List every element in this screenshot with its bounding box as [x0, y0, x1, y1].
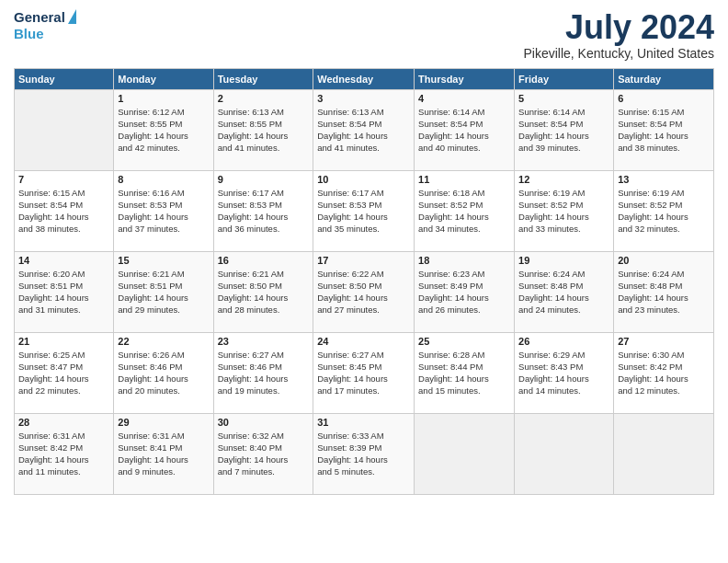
- day-info: Sunrise: 6:31 AMSunset: 8:42 PMDaylight:…: [18, 430, 109, 478]
- calendar-cell: [15, 89, 114, 170]
- day-info: Sunrise: 6:29 AMSunset: 8:43 PMDaylight:…: [518, 349, 609, 397]
- calendar-cell: 17Sunrise: 6:22 AMSunset: 8:50 PMDayligh…: [313, 251, 415, 332]
- day-info: Sunrise: 6:13 AMSunset: 8:54 PMDaylight:…: [317, 106, 410, 155]
- calendar-cell: 21Sunrise: 6:25 AMSunset: 8:47 PMDayligh…: [15, 332, 114, 413]
- day-number: 13: [618, 174, 710, 185]
- day-number: 4: [418, 93, 510, 104]
- day-number: 31: [317, 417, 410, 428]
- calendar-cell: 19Sunrise: 6:24 AMSunset: 8:48 PMDayligh…: [515, 251, 614, 332]
- calendar-week-row: 28Sunrise: 6:31 AMSunset: 8:42 PMDayligh…: [15, 413, 714, 494]
- calendar-header-row: SundayMondayTuesdayWednesdayThursdayFrid…: [15, 68, 714, 89]
- calendar-cell: 30Sunrise: 6:32 AMSunset: 8:40 PMDayligh…: [213, 413, 313, 494]
- calendar-cell: 3Sunrise: 6:13 AMSunset: 8:54 PMDaylight…: [313, 89, 415, 170]
- day-number: 20: [618, 255, 710, 266]
- calendar-weekday-thursday: Thursday: [415, 68, 515, 89]
- day-number: 24: [317, 336, 410, 347]
- day-info: Sunrise: 6:31 AMSunset: 8:41 PMDaylight:…: [118, 430, 209, 478]
- day-number: 29: [118, 417, 209, 428]
- calendar-weekday-sunday: Sunday: [15, 68, 114, 89]
- calendar-cell: 31Sunrise: 6:33 AMSunset: 8:39 PMDayligh…: [313, 413, 415, 494]
- day-number: 12: [518, 174, 609, 185]
- day-number: 27: [618, 336, 710, 347]
- day-number: 7: [18, 174, 109, 185]
- day-info: Sunrise: 6:24 AMSunset: 8:48 PMDaylight:…: [618, 268, 710, 316]
- page: General Blue July 2024 Pikeville, Kentuc…: [0, 0, 728, 563]
- day-number: 23: [218, 336, 310, 347]
- calendar-cell: 14Sunrise: 6:20 AMSunset: 8:51 PMDayligh…: [15, 251, 114, 332]
- calendar-week-row: 1Sunrise: 6:12 AMSunset: 8:55 PMDaylight…: [15, 89, 714, 170]
- main-title: July 2024: [523, 9, 714, 46]
- day-number: 21: [18, 336, 109, 347]
- day-number: 16: [218, 255, 310, 266]
- day-info: Sunrise: 6:22 AMSunset: 8:50 PMDaylight:…: [317, 268, 410, 316]
- day-info: Sunrise: 6:28 AMSunset: 8:44 PMDaylight:…: [418, 349, 510, 397]
- calendar-week-row: 21Sunrise: 6:25 AMSunset: 8:47 PMDayligh…: [15, 332, 714, 413]
- calendar-cell: 25Sunrise: 6:28 AMSunset: 8:44 PMDayligh…: [415, 332, 515, 413]
- day-info: Sunrise: 6:14 AMSunset: 8:54 PMDaylight:…: [518, 106, 609, 155]
- day-info: Sunrise: 6:18 AMSunset: 8:52 PMDaylight:…: [418, 187, 510, 236]
- logo-general: General: [14, 9, 65, 26]
- day-info: Sunrise: 6:20 AMSunset: 8:51 PMDaylight:…: [18, 268, 109, 316]
- day-info: Sunrise: 6:21 AMSunset: 8:51 PMDaylight:…: [118, 268, 209, 316]
- day-number: 22: [118, 336, 209, 347]
- day-info: Sunrise: 6:14 AMSunset: 8:54 PMDaylight:…: [418, 106, 510, 155]
- day-info: Sunrise: 6:24 AMSunset: 8:48 PMDaylight:…: [518, 268, 609, 316]
- day-number: 30: [218, 417, 310, 428]
- calendar-weekday-tuesday: Tuesday: [213, 68, 313, 89]
- calendar-cell: 1Sunrise: 6:12 AMSunset: 8:55 PMDaylight…: [114, 89, 213, 170]
- calendar-cell: 27Sunrise: 6:30 AMSunset: 8:42 PMDayligh…: [614, 332, 714, 413]
- calendar-cell: 9Sunrise: 6:17 AMSunset: 8:53 PMDaylight…: [213, 170, 313, 251]
- day-info: Sunrise: 6:19 AMSunset: 8:52 PMDaylight:…: [618, 187, 710, 236]
- day-info: Sunrise: 6:15 AMSunset: 8:54 PMDaylight:…: [18, 187, 109, 236]
- day-number: 2: [218, 93, 310, 104]
- day-info: Sunrise: 6:32 AMSunset: 8:40 PMDaylight:…: [218, 430, 310, 478]
- calendar-cell: 5Sunrise: 6:14 AMSunset: 8:54 PMDaylight…: [515, 89, 614, 170]
- day-number: 18: [418, 255, 510, 266]
- calendar-cell: 11Sunrise: 6:18 AMSunset: 8:52 PMDayligh…: [415, 170, 515, 251]
- logo-triangle-icon: [68, 9, 76, 24]
- title-block: July 2024 Pikeville, Kentucky, United St…: [523, 9, 714, 61]
- calendar-cell: 8Sunrise: 6:16 AMSunset: 8:53 PMDaylight…: [114, 170, 213, 251]
- day-info: Sunrise: 6:17 AMSunset: 8:53 PMDaylight:…: [317, 187, 410, 236]
- calendar-cell: 10Sunrise: 6:17 AMSunset: 8:53 PMDayligh…: [313, 170, 415, 251]
- logo-blue: Blue: [14, 26, 44, 42]
- day-info: Sunrise: 6:25 AMSunset: 8:47 PMDaylight:…: [18, 349, 109, 397]
- day-number: 1: [118, 93, 209, 104]
- day-info: Sunrise: 6:33 AMSunset: 8:39 PMDaylight:…: [317, 430, 410, 478]
- logo: General Blue: [14, 9, 76, 42]
- day-number: 9: [218, 174, 310, 185]
- day-number: 26: [518, 336, 609, 347]
- day-number: 15: [118, 255, 209, 266]
- calendar-cell: [614, 413, 714, 494]
- day-info: Sunrise: 6:30 AMSunset: 8:42 PMDaylight:…: [618, 349, 710, 397]
- day-number: 25: [418, 336, 510, 347]
- calendar-week-row: 7Sunrise: 6:15 AMSunset: 8:54 PMDaylight…: [15, 170, 714, 251]
- calendar-weekday-friday: Friday: [515, 68, 614, 89]
- day-number: 3: [317, 93, 410, 104]
- calendar-table: SundayMondayTuesdayWednesdayThursdayFrid…: [14, 68, 714, 495]
- day-info: Sunrise: 6:15 AMSunset: 8:54 PMDaylight:…: [618, 106, 710, 155]
- calendar-cell: 12Sunrise: 6:19 AMSunset: 8:52 PMDayligh…: [515, 170, 614, 251]
- calendar-cell: 15Sunrise: 6:21 AMSunset: 8:51 PMDayligh…: [114, 251, 213, 332]
- calendar-weekday-monday: Monday: [114, 68, 213, 89]
- calendar-cell: 16Sunrise: 6:21 AMSunset: 8:50 PMDayligh…: [213, 251, 313, 332]
- day-number: 5: [518, 93, 609, 104]
- day-info: Sunrise: 6:13 AMSunset: 8:55 PMDaylight:…: [218, 106, 310, 155]
- day-number: 28: [18, 417, 109, 428]
- day-info: Sunrise: 6:12 AMSunset: 8:55 PMDaylight:…: [118, 106, 209, 155]
- day-info: Sunrise: 6:26 AMSunset: 8:46 PMDaylight:…: [118, 349, 209, 397]
- day-info: Sunrise: 6:19 AMSunset: 8:52 PMDaylight:…: [518, 187, 609, 236]
- calendar-cell: 13Sunrise: 6:19 AMSunset: 8:52 PMDayligh…: [614, 170, 714, 251]
- day-info: Sunrise: 6:27 AMSunset: 8:45 PMDaylight:…: [317, 349, 410, 397]
- calendar-cell: [515, 413, 614, 494]
- subtitle: Pikeville, Kentucky, United States: [523, 46, 714, 61]
- day-number: 14: [18, 255, 109, 266]
- calendar-cell: 23Sunrise: 6:27 AMSunset: 8:46 PMDayligh…: [213, 332, 313, 413]
- calendar-week-row: 14Sunrise: 6:20 AMSunset: 8:51 PMDayligh…: [15, 251, 714, 332]
- calendar-cell: 24Sunrise: 6:27 AMSunset: 8:45 PMDayligh…: [313, 332, 415, 413]
- calendar-cell: 20Sunrise: 6:24 AMSunset: 8:48 PMDayligh…: [614, 251, 714, 332]
- day-info: Sunrise: 6:16 AMSunset: 8:53 PMDaylight:…: [118, 187, 209, 236]
- calendar-weekday-saturday: Saturday: [614, 68, 714, 89]
- calendar-cell: 28Sunrise: 6:31 AMSunset: 8:42 PMDayligh…: [15, 413, 114, 494]
- day-number: 17: [317, 255, 410, 266]
